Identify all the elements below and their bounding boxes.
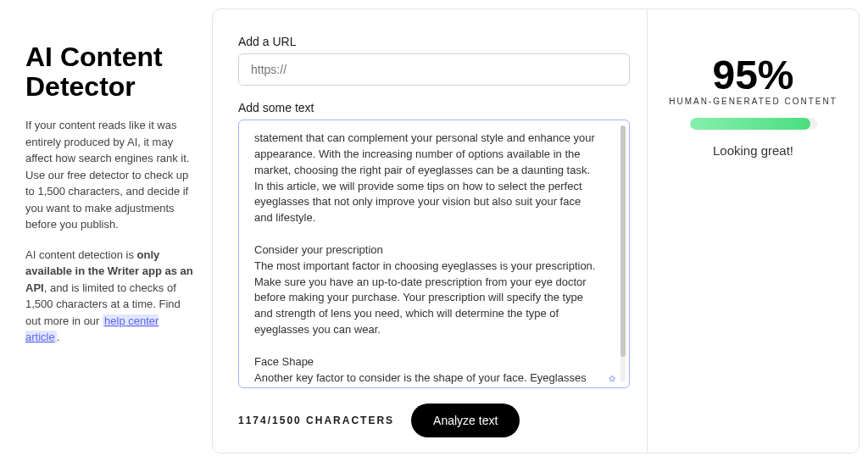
character-count: 1174/1500 CHARACTERS — [238, 415, 394, 426]
progress-bar — [690, 118, 817, 130]
human-score: 95% — [712, 52, 793, 98]
text-area-wrapper: statement that can complement your perso… — [238, 120, 630, 388]
sidebar-description-1: If your content reads like it was entire… — [25, 117, 195, 233]
results-panel: 95% HUMAN-GENERATED CONTENT Looking grea… — [647, 9, 859, 453]
main-panel: Add a URL Add some text statement that c… — [212, 8, 860, 454]
sidebar: AI Content Detector If your content read… — [0, 0, 212, 462]
scrollbar[interactable] — [620, 125, 626, 382]
status-text: Looking great! — [713, 143, 793, 158]
text-input[interactable]: statement that can complement your perso… — [239, 120, 617, 387]
url-label: Add a URL — [238, 35, 630, 48]
sidebar-description-2: AI content detection is only available i… — [25, 247, 195, 346]
progress-fill — [690, 118, 811, 130]
score-label: HUMAN-GENERATED CONTENT — [669, 97, 837, 106]
page-title: AI Content Detector — [25, 42, 195, 102]
form-footer: 1174/1500 CHARACTERS Analyze text — [238, 388, 630, 437]
scrollbar-thumb[interactable] — [620, 125, 626, 357]
gear-icon[interactable]: ✿ — [609, 374, 617, 382]
url-input[interactable] — [238, 53, 630, 86]
form-area: Add a URL Add some text statement that c… — [213, 9, 647, 453]
analyze-button[interactable]: Analyze text — [411, 404, 520, 437]
text-label: Add some text — [238, 101, 630, 114]
